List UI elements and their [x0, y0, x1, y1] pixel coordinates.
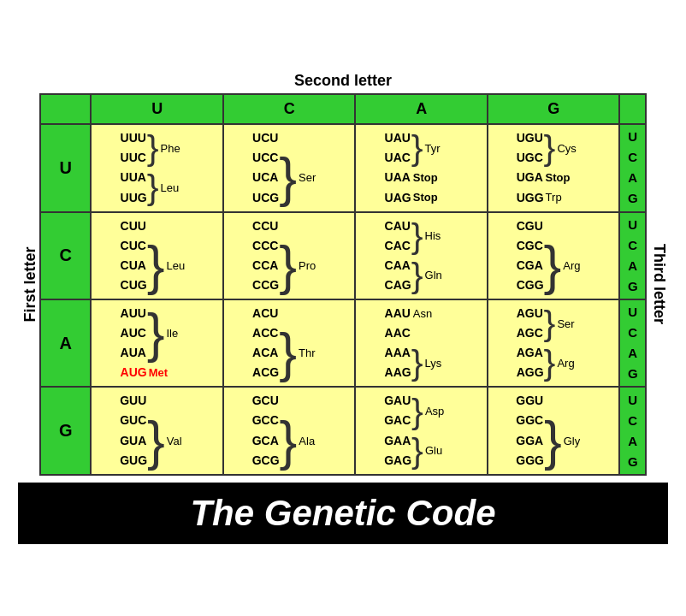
codon-cell-U-0: UUUUUCUUAUUG}Phe}Leu [91, 124, 223, 211]
row-header-G: G [40, 387, 91, 474]
header-empty [40, 94, 91, 124]
codon-cell-A-1: ACUACCACAACG}Thr [223, 299, 356, 387]
codon-cell-C-3: CGUCGCCGACGG}Arg [488, 212, 620, 299]
first-letter-label: First letter [18, 93, 39, 476]
codon-cell-G-3: GGUGGCGGAGGG}Gly [488, 387, 620, 474]
table-wrapper: First letter U C A G UUUUUUCUUAUUG}Phe}L… [18, 93, 668, 476]
second-letter-label: Second letter [18, 72, 668, 90]
row-header-U: U [40, 124, 91, 211]
main-container: Second letter First letter U C A G UUUUU… [9, 63, 677, 553]
third-letter-G: UCAG [619, 387, 646, 474]
codon-cell-A-2: AAUAACAAAAAGAsn}Lys [355, 299, 488, 387]
header-u: U [91, 94, 223, 124]
third-letter-U: UCAG [619, 124, 646, 211]
header-a: A [355, 94, 488, 124]
codon-cell-U-1: UCUUCCUCAUCG}Ser [223, 124, 356, 211]
codon-cell-C-0: CUUCUCCUACUG}Leu [91, 212, 223, 299]
codon-cell-C-2: CAUCACCAACAG}His}Gln [355, 212, 488, 299]
codon-cell-G-0: GUUGUCGUAGUG}Val [91, 387, 223, 474]
row-header-C: C [40, 212, 91, 299]
codon-cell-C-1: CCUCCCCCACCG}Pro [223, 212, 356, 299]
genetic-code-table: U C A G UUUUUUCUUAUUG}Phe}LeuUCUUCCUCAUC… [39, 93, 647, 476]
codon-cell-U-2: UAUUACUAAUAG}TyrStopStop [355, 124, 488, 211]
codon-cell-A-0: AUUAUCAUAAUG}IleMet [91, 299, 223, 387]
header-c: C [223, 94, 356, 124]
third-letter-C: UCAG [619, 212, 646, 299]
third-letter-label: Third letter [647, 93, 668, 476]
codon-cell-A-3: AGUAGCAGAAGG}Ser}Arg [488, 299, 620, 387]
codon-cell-U-3: UGUUGCUGAUGG}CysStopTrp [488, 124, 620, 211]
codon-cell-G-2: GAUGACGAAGAG}Asp}Glu [355, 387, 488, 474]
header-g: G [488, 94, 620, 124]
third-letter-A: UCAG [619, 299, 646, 387]
codon-cell-G-1: GCUGCCGCAGCG}Ala [223, 387, 356, 474]
title-bar: The Genetic Code [18, 483, 668, 544]
header-third [619, 94, 646, 124]
row-header-A: A [40, 299, 91, 387]
